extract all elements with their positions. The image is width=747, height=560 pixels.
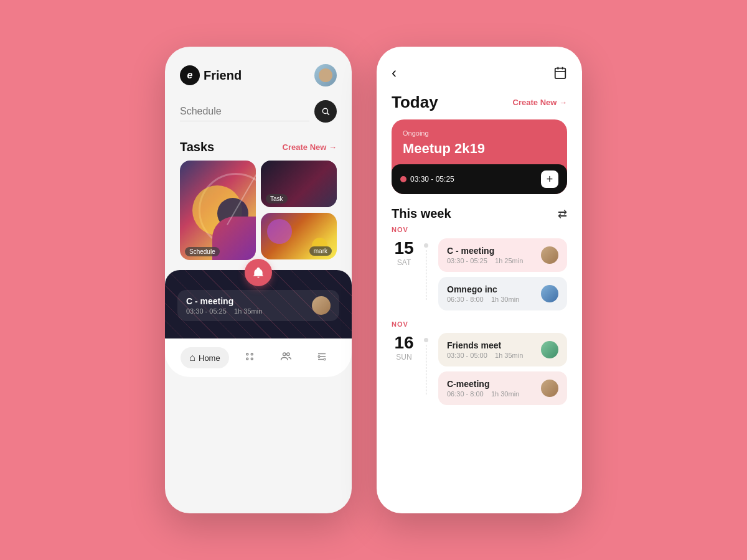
notification-bell[interactable]: [245, 259, 272, 286]
task-label: Task: [266, 194, 288, 203]
svg-point-5: [251, 358, 253, 360]
tasks-create-new[interactable]: Create New →: [283, 142, 337, 152]
ongoing-title: Meetup 2k19: [403, 141, 556, 157]
nav-home[interactable]: ⌂ Home: [181, 347, 228, 368]
event-avatar-4: [541, 380, 558, 397]
week-title: This week: [392, 207, 451, 221]
home-icon: ⌂: [189, 352, 195, 363]
notif-title: C - meeting: [186, 296, 262, 306]
nav-apps[interactable]: [235, 346, 264, 370]
brand-icon: e: [180, 65, 200, 85]
schedule-label: Schedule: [185, 247, 220, 256]
tasks-section-header: Tasks Create New →: [165, 130, 352, 161]
avatar-face: [319, 68, 332, 82]
search-input[interactable]: [180, 102, 309, 121]
svg-point-12: [324, 358, 326, 360]
tl-dot-2: [424, 338, 428, 342]
events-col-nov15: C - meeting 03:30 - 05:25 1h 25min: [438, 238, 567, 310]
task-card-mark[interactable]: mark: [261, 213, 337, 259]
svg-point-0: [322, 108, 327, 113]
month-nov16: NOV: [392, 320, 408, 328]
event-info: C - meeting 03:30 - 05:25 1h 25min: [447, 246, 523, 264]
date-label-nov16: NOV: [392, 320, 567, 328]
date-group-nov16: NOV 16 SUN Friends meet: [392, 320, 567, 405]
event-c-meeting-nov15[interactable]: C - meeting 03:30 - 05:25 1h 25min: [438, 238, 567, 272]
event-friends-meet[interactable]: Friends meet 03:30 - 05:00 1h 35min: [438, 333, 567, 366]
date-num-nov16: 16 SUN: [392, 333, 416, 362]
ongoing-footer: 03:30 - 05:25 +: [392, 164, 567, 194]
mark-deco: [267, 219, 292, 244]
event-info-4: C-meeting 06:30 - 8:00 1h 30min: [447, 379, 519, 398]
brand-name: Friend: [204, 68, 242, 83]
right-header: ‹: [377, 47, 582, 88]
nav-people[interactable]: [271, 346, 301, 370]
event-avatar-1: [541, 246, 558, 264]
svg-point-3: [251, 353, 253, 355]
ongoing-time: 03:30 - 05:25: [400, 175, 454, 184]
nav-settings[interactable]: [308, 346, 336, 370]
svg-point-2: [247, 353, 248, 355]
svg-point-11: [318, 356, 320, 358]
month-nov15: NOV: [392, 226, 408, 233]
schedule-list: NOV 15 SAT C - meeting: [377, 226, 582, 415]
ongoing-cards-container: Ongoing Meetup 2k19 03:30 - 05:25 +: [377, 119, 582, 194]
back-button[interactable]: ‹: [392, 64, 397, 82]
svg-point-6: [283, 353, 286, 356]
date-label-nov15: NOV: [392, 226, 567, 233]
ongoing-card[interactable]: Ongoing Meetup 2k19 03:30 - 05:25 +: [392, 119, 567, 194]
today-header: Today Create New →: [377, 88, 582, 119]
people-icon: [280, 351, 292, 365]
card-design: [180, 161, 256, 260]
svg-point-4: [247, 358, 248, 360]
search-button[interactable]: [314, 100, 337, 123]
svg-rect-13: [555, 68, 566, 79]
avatar[interactable]: [314, 64, 337, 86]
task-card-task[interactable]: Task: [261, 161, 337, 207]
task-grid: Schedule Task mark: [165, 161, 352, 260]
notification-area: C - meeting 03:30 - 05:25 1h 35min: [165, 270, 352, 338]
search-bar: [180, 100, 337, 123]
settings-icon: [316, 351, 327, 365]
tl-line-2: [426, 345, 426, 394]
date-num-nov15: 15 SAT: [392, 238, 416, 267]
today-title: Today: [392, 93, 438, 112]
event-info-2: Omnego inc 06:30 - 8:00 1h 30min: [447, 284, 519, 303]
week-header: This week ⇄: [377, 194, 582, 226]
event-c-meeting-nov16[interactable]: C-meeting 06:30 - 8:00 1h 30min: [438, 371, 567, 405]
mark-label: mark: [309, 246, 332, 256]
events-col-nov16: Friends meet 03:30 - 05:00 1h 35min: [438, 333, 567, 405]
tl-line-1: [426, 250, 426, 300]
bottom-nav: ⌂ Home: [165, 338, 352, 377]
svg-line-1: [327, 113, 329, 115]
event-omnego[interactable]: Omnego inc 06:30 - 8:00 1h 30min: [438, 277, 567, 310]
brand: e Friend: [180, 65, 242, 85]
apps-icon: [244, 351, 255, 365]
today-create-new[interactable]: Create New →: [513, 98, 567, 107]
event-avatar-3: [541, 341, 558, 358]
notification-item[interactable]: C - meeting 03:30 - 05:25 1h 35min: [177, 290, 339, 321]
ongoing-add-button[interactable]: +: [541, 170, 558, 188]
calendar-icon[interactable]: [553, 66, 567, 80]
left-header: e Friend: [165, 47, 352, 93]
right-phone: ‹ Today Create New → Ongoing Meetup 2k19…: [377, 47, 582, 513]
tl-dot-1: [424, 243, 428, 248]
time-dot: [400, 176, 406, 182]
ongoing-label: Ongoing: [403, 129, 556, 137]
event-info-3: Friends meet 03:30 - 05:00 1h 35min: [447, 340, 523, 359]
svg-point-7: [287, 353, 290, 356]
event-avatar-2: [541, 285, 558, 302]
task-card-schedule[interactable]: Schedule: [180, 161, 256, 260]
notif-info: C - meeting 03:30 - 05:25 1h 35min: [186, 296, 262, 315]
date-group-nov15: NOV 15 SAT C - meeting: [392, 226, 567, 310]
notif-avatar: [312, 296, 331, 315]
left-phone: e Friend Tasks Create New →: [165, 47, 352, 513]
notif-meta: 03:30 - 05:25 1h 35min: [186, 307, 262, 315]
tasks-title: Tasks: [180, 140, 214, 154]
filter-icon[interactable]: ⇄: [558, 207, 567, 221]
nav-home-label: Home: [199, 353, 220, 363]
